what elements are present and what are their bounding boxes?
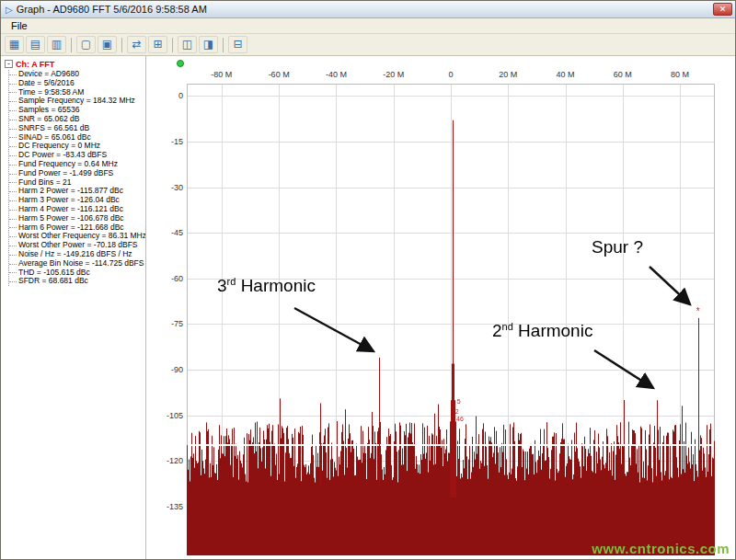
watermark: www.cntronics.com [592,541,730,556]
title-bar[interactable]: ▷ Graph - AD9680 FFT 5/6/2016 9:58:58 AM… [1,1,735,18]
channel-label: Ch: A FFT [16,60,54,69]
chart-panel: -80 M-60 M-40 M-20 M020 M40 M60 M80 M 0-… [146,56,735,559]
y-tick-label: -45 [150,228,183,237]
toolbar-separator [121,38,122,52]
y-tick-label: -30 [150,183,183,192]
annotation-text: Harmonic [236,276,316,295]
new-capture-button[interactable]: ▢ [76,36,96,53]
toolbar-separator [71,38,72,52]
x-tick-label: -20 M [371,70,417,79]
grid-button[interactable]: ⊞ [148,36,167,53]
parameter-panel: - Ch: A FFT Device = AD9680Date = 5/6/20… [1,56,146,559]
parameter-item[interactable]: SFDR = 68.681 dBc [9,277,145,286]
annotation-text: Spur ? [592,237,643,257]
annotation-harmonic-2: 2nd Harmonic [492,321,592,341]
y-tick-label: -135 [150,502,183,511]
x-tick-label: -80 M [199,70,245,79]
y-tick-label: -60 [150,274,183,283]
annotation-text: Harmonic [513,321,593,340]
analysis-button[interactable]: ⊟ [228,36,247,53]
toolbar: ▦▤▥▢▣⇄⊞◫◨⊟ [1,34,735,56]
save-button[interactable]: ▣ [98,36,117,53]
tree-root-ch-a-fft[interactable]: - Ch: A FFT [5,59,145,69]
y-tick-label: -75 [150,319,183,328]
x-tick-label: 0 [428,70,474,79]
app-icon: ▷ [6,5,13,15]
x-tick-label: 20 M [485,70,531,79]
list-view-button[interactable]: ▥ [47,36,66,53]
waveform-view-button[interactable]: ▦ [5,36,24,53]
annotation-sup: nd [502,321,513,332]
y-axis: 0-15-30-45-60-75-90-105-120-135 [150,84,185,555]
y-tick-label: -15 [150,137,183,146]
annotation-sup: rd [227,276,236,287]
annotation-text: 3 [217,276,227,295]
x-tick-label: -40 M [313,70,359,79]
x-tick-label: 40 M [543,70,589,79]
close-button[interactable]: ✕ [713,3,732,16]
collapse-icon[interactable]: - [5,60,13,68]
annotation-harmonic-3: 3rd Harmonic [217,276,316,296]
annotation-spur: Spur ? [592,237,643,257]
x-tick-label: 60 M [600,70,646,79]
window-title: Graph - AD9680 FFT 5/6/2016 9:58:58 AM [17,4,207,15]
toolbar-separator [223,38,224,52]
y-tick-label: 0 [150,91,183,100]
histogram-view-button[interactable]: ◨ [199,36,218,53]
menu-bar: File [1,18,735,34]
parameter-list: Device = AD9680Date = 5/6/2016Time = 9:5… [8,70,145,286]
toolbar-separator [172,38,173,52]
annotation-text: 2 [492,321,502,340]
main-content: - Ch: A FFT Device = AD9680Date = 5/6/20… [1,56,735,559]
table-view-button[interactable]: ▤ [26,36,45,53]
x-axis: -80 M-60 M-40 M-20 M020 M40 M60 M80 M [187,70,715,80]
status-led-icon [177,60,184,67]
y-tick-label: -105 [150,411,183,420]
app-window: ▷ Graph - AD9680 FFT 5/6/2016 9:58:58 AM… [0,0,736,560]
import-export-button[interactable]: ⇄ [127,36,146,53]
fft-view-button[interactable]: ◫ [178,36,197,53]
y-tick-label: -90 [150,365,183,374]
menu-file[interactable]: File [5,19,34,32]
fft-plot [187,84,715,555]
y-tick-label: -120 [150,456,183,465]
x-tick-label: 80 M [657,70,703,79]
x-tick-label: -60 M [256,70,302,79]
